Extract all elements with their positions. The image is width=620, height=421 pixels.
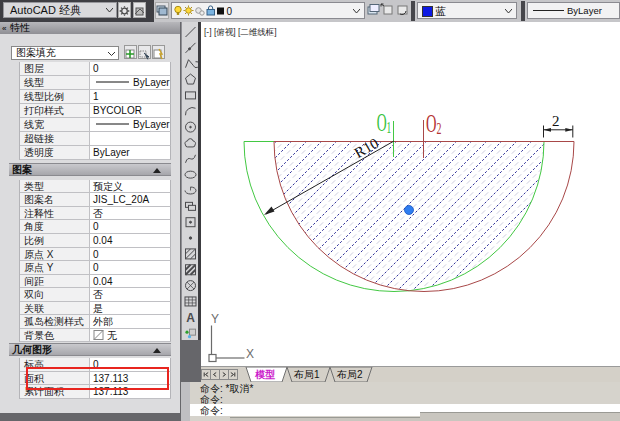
svg-text:O2: O2 bbox=[426, 109, 441, 137]
svg-text:2: 2 bbox=[552, 113, 560, 129]
svg-text:ByLayer: ByLayer bbox=[133, 119, 170, 130]
svg-text:ByLayer: ByLayer bbox=[133, 77, 170, 88]
svg-text:A: A bbox=[186, 311, 195, 325]
svg-text:模型: 模型 bbox=[254, 369, 275, 380]
svg-text:0: 0 bbox=[227, 6, 233, 17]
svg-text:X: X bbox=[246, 347, 254, 361]
svg-text:布局1: 布局1 bbox=[293, 369, 320, 380]
svg-text:R10: R10 bbox=[352, 135, 382, 161]
svg-text:O1: O1 bbox=[377, 108, 392, 137]
svg-text:布局2: 布局2 bbox=[336, 369, 363, 380]
svg-text:无: 无 bbox=[107, 330, 117, 341]
svg-text:Y: Y bbox=[211, 312, 219, 326]
